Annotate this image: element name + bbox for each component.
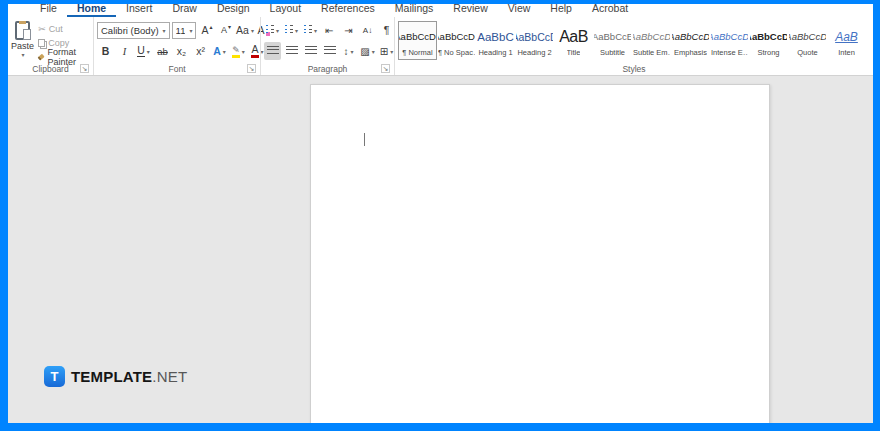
format-painter-button[interactable]: Format Painter [38, 50, 90, 63]
tab-draw[interactable]: Draw [162, 4, 207, 17]
tab-mailings[interactable]: Mailings [385, 4, 444, 17]
style-preview: AaBbCcDt [710, 26, 749, 48]
tab-layout[interactable]: Layout [260, 4, 312, 17]
tab-acrobat[interactable]: Acrobat [582, 4, 638, 17]
superscript-button[interactable]: x² [192, 42, 209, 60]
align-right-icon [305, 46, 317, 56]
change-case-button[interactable]: Aa▾ [236, 21, 253, 39]
numbered-list-icon [285, 25, 293, 35]
borders-icon: ⊞ [380, 46, 388, 57]
chevron-down-icon: ▾ [295, 27, 298, 34]
multilevel-list-button[interactable]: ▾ [302, 21, 319, 39]
bullet-list-icon [266, 25, 274, 35]
clipboard-group-label: Clipboard ↘ [11, 63, 90, 75]
style-subtitle[interactable]: AaBbCcESubtitle [593, 21, 632, 60]
multilevel-list-icon [304, 25, 312, 35]
tab-insert[interactable]: Insert [116, 4, 162, 17]
chevron-down-icon: ▾ [372, 48, 375, 55]
logo-text-bold: TEMPLATE [71, 368, 152, 385]
document-page[interactable] [310, 84, 770, 423]
clipboard-group: Paste ▾ ✂ Cut Copy [8, 17, 93, 75]
align-left-icon [267, 46, 279, 56]
style-title[interactable]: AaBTitle [554, 21, 593, 60]
paste-button[interactable]: Paste ▾ [11, 20, 34, 63]
increase-indent-button[interactable]: ⇥ [340, 21, 357, 39]
style-label: Strong [757, 48, 779, 57]
style-preview: AaB [559, 26, 588, 48]
up-icon: ▴ [209, 23, 212, 30]
paragraph-dialog-launcher-icon[interactable]: ↘ [381, 64, 390, 73]
text-cursor [364, 133, 365, 146]
tab-help[interactable]: Help [540, 4, 582, 17]
clipboard-dialog-launcher-icon[interactable]: ↘ [80, 64, 89, 73]
text-effects-button[interactable]: A▾ [211, 42, 228, 60]
styles-group-label: Styles [398, 62, 870, 75]
shading-icon: ▨ [360, 46, 369, 57]
tab-design[interactable]: Design [207, 4, 260, 17]
show-formatting-button[interactable]: ¶ [378, 21, 395, 39]
style-heading-1[interactable]: AaBbCHeading 1 [476, 21, 515, 60]
style-intense-e[interactable]: AaBbCcDtIntense E… [710, 21, 749, 60]
line-spacing-button[interactable]: ↕▾ [340, 42, 357, 60]
borders-button[interactable]: ⊞▾ [378, 42, 395, 60]
align-center-button[interactable] [283, 42, 300, 60]
style-label: Title [567, 48, 581, 57]
cut-button[interactable]: ✂ Cut [38, 22, 90, 35]
style-label: ¶ Normal [402, 48, 432, 57]
font-group-label: Font ↘ [97, 62, 257, 75]
style-label: Heading 2 [517, 48, 551, 57]
justify-icon [324, 46, 336, 56]
subscript-button[interactable]: x₂ [173, 42, 190, 60]
tab-view[interactable]: View [498, 4, 541, 17]
grow-font-button[interactable]: A▴ [198, 21, 215, 39]
underline-button[interactable]: U▾ [135, 42, 152, 60]
tab-review[interactable]: Review [443, 4, 497, 17]
justify-button[interactable] [321, 42, 338, 60]
ribbon-tabs: FileHomeInsertDrawDesignLayoutReferences… [8, 4, 873, 17]
line-spacing-icon: ↕ [343, 46, 348, 57]
bullets-button[interactable]: ▾ [264, 21, 281, 39]
shrink-font-button[interactable]: A▾ [217, 21, 234, 39]
style-strong[interactable]: AaBbCcDtStrong [749, 21, 788, 60]
font-dialog-launcher-icon[interactable]: ↘ [247, 64, 256, 73]
ribbon: Paste ▾ ✂ Cut Copy [8, 17, 873, 76]
bold-button[interactable]: B [97, 42, 114, 60]
style-label: Inten [838, 48, 855, 57]
strikethrough-button[interactable]: ab [154, 42, 171, 60]
align-left-button[interactable] [264, 42, 281, 60]
sort-button[interactable]: A↓ [359, 21, 376, 39]
indent-icon: ⇥ [344, 25, 352, 36]
chevron-down-icon: ▾ [242, 48, 245, 55]
style-quote[interactable]: AaBbCcDtQuote [788, 21, 827, 60]
style-emphasis[interactable]: AaBbCcDtEmphasis [671, 21, 710, 60]
font-size-combo[interactable]: 11 ▾ [172, 22, 197, 39]
italic-button[interactable]: I [116, 42, 133, 60]
tab-file[interactable]: File [30, 4, 67, 17]
font-size-value: 11 [176, 25, 186, 36]
align-center-icon [286, 46, 298, 56]
chevron-down-icon: ▾ [390, 48, 393, 55]
styles-group: AaBbCcDc¶ NormalAaBbCcDc¶ No Spac…AaBbCH… [394, 17, 873, 75]
styles-gallery: AaBbCcDc¶ NormalAaBbCcDc¶ No Spac…AaBbCH… [398, 20, 870, 60]
decrease-indent-button[interactable]: ⇤ [321, 21, 338, 39]
style-subtle-em[interactable]: AaBbCcDtSubtle Em… [632, 21, 671, 60]
style-heading-2[interactable]: AaBbCcDHeading 2 [515, 21, 554, 60]
style-inten[interactable]: AaBInten [827, 21, 866, 60]
shading-button[interactable]: ▨▾ [359, 42, 376, 60]
document-workspace: T TEMPLATE.NET [8, 76, 873, 423]
style-label: Subtle Em… [633, 48, 670, 57]
logo-text-light: .NET [152, 368, 187, 385]
text-highlight-button[interactable]: ✎▾ [230, 42, 247, 60]
style-no-spac[interactable]: AaBbCcDc¶ No Spac… [437, 21, 476, 60]
highlighter-icon: ✎ [232, 45, 240, 58]
chevron-down-icon: ▾ [147, 48, 150, 55]
style-preview: AaBbCcD [515, 26, 554, 48]
tab-home[interactable]: Home [67, 4, 116, 17]
font-family-combo[interactable]: Calibri (Body) ▾ [97, 22, 170, 39]
align-right-button[interactable] [302, 42, 319, 60]
tab-references[interactable]: References [311, 4, 385, 17]
style-label: Subtitle [600, 48, 625, 57]
style-normal[interactable]: AaBbCcDc¶ Normal [398, 21, 437, 60]
outdent-icon: ⇤ [325, 25, 333, 36]
numbering-button[interactable]: ▾ [283, 21, 300, 39]
